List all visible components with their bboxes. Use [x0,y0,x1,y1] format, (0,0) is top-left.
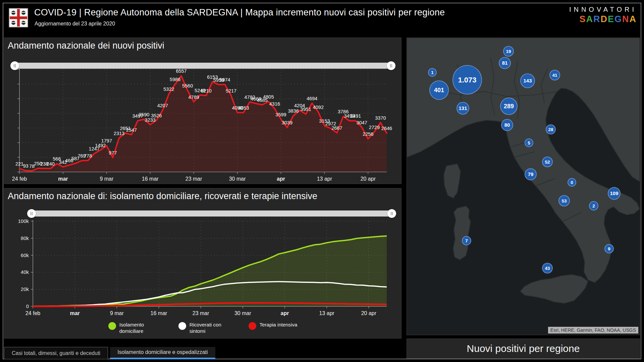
top-chart-title: Andamento nazionale dei nuovi positivi [8,41,164,51]
svg-text:109: 109 [610,190,618,196]
svg-text:1.073: 1.073 [458,76,476,84]
svg-text:2667: 2667 [331,125,342,131]
svg-text:4805: 4805 [263,94,274,100]
brand-line2: SARDEGNA [569,14,637,25]
svg-text:5322: 5322 [163,86,174,92]
svg-text:16 mar: 16 mar [142,176,159,182]
region-bubble[interactable]: 79 [525,169,536,180]
svg-text:3047: 3047 [357,120,367,125]
map-attribution: Esri, HERE, Garmin, FAO, NOAA, USGS [548,327,638,334]
svg-text:80k: 80k [21,235,29,241]
svg-text:401: 401 [434,87,444,94]
svg-text:30 mar: 30 mar [234,310,251,316]
region-bubble[interactable]: 52 [542,157,552,167]
green-dot-icon [108,322,116,330]
svg-text:24 feb: 24 feb [25,310,41,316]
svg-text:6557: 6557 [176,68,186,74]
svg-text:60k: 60k [21,252,29,258]
svg-text:52: 52 [545,160,550,165]
svg-text:19: 19 [506,49,511,54]
legend-item-terapia: Terapia intensiva [249,322,298,335]
chart-legend: Isolamento domiciliare Ricoverati con si… [4,322,401,335]
brand-line1: INNOVATORI [569,5,637,14]
svg-text:4694: 4694 [307,96,317,101]
svg-text:289: 289 [504,103,514,110]
svg-text:20 apr: 20 apr [361,310,377,316]
region-bubble[interactable]: 41 [550,70,560,80]
map-canvas[interactable]: 198111.073401143411312898028552790109532… [407,38,640,335]
slider-handle-left[interactable] [27,209,36,218]
bottom-chart-title: Andamento nazionale di: isolamento domic… [8,191,317,201]
svg-text:4316: 4316 [269,101,280,107]
svg-text:2646: 2646 [381,126,392,131]
hospitalization-area-chart: 020k40k60k80k100k24 febmar9 mar16 mar23 … [4,217,402,320]
svg-text:80: 80 [504,122,510,128]
svg-text:16 mar: 16 mar [151,310,167,316]
svg-text:3039: 3039 [282,120,292,125]
svg-text:28: 28 [548,127,553,132]
svg-text:24 feb: 24 feb [12,176,27,182]
svg-text:0: 0 [26,303,29,309]
region-bubble[interactable]: 53 [559,195,570,206]
svg-text:5: 5 [528,140,530,145]
region-bubble[interactable]: 7 [462,236,471,245]
svg-text:3590: 3590 [139,112,149,117]
svg-text:0: 0 [571,180,573,185]
region-bubble[interactable]: 0 [568,178,576,186]
svg-text:81: 81 [502,60,508,66]
new-positives-line-chart: 24 febmar9 mar16 mar23 mar30 marapr13 ap… [4,67,402,184]
innovatori-sardegna-logo: INNOVATORI SARDEGNA [569,5,637,25]
svg-text:221: 221 [15,161,23,167]
slider-handle-right[interactable] [387,209,396,218]
white-dot-icon [178,322,186,330]
region-bubble[interactable]: 28 [546,125,555,134]
region-bubble[interactable]: 5 [525,139,533,147]
svg-text:100k: 100k [18,218,29,224]
svg-text:mar: mar [70,310,79,316]
svg-text:778: 778 [84,153,92,159]
svg-text:2547: 2547 [126,127,137,133]
panel-isolamento-ricoverati: Andamento nazionale di: isolamento domic… [4,188,401,339]
region-bubble[interactable]: 19 [503,46,514,56]
map-caption: Nuovi positivi per regione [467,343,580,354]
region-bubble[interactable]: 80 [501,119,513,131]
region-bubble[interactable]: 1.073 [453,65,482,94]
region-bubble[interactable]: 401 [430,81,448,100]
slider-track[interactable] [29,210,395,217]
svg-text:5560: 5560 [182,83,193,88]
svg-text:40k: 40k [21,269,29,275]
region-bubble[interactable]: 1 [428,68,436,76]
svg-text:3599: 3599 [275,112,286,117]
region-bubble[interactable]: 9 [605,244,613,253]
tab-casi-totali[interactable]: Casi totali, dimessi, guariti e deceduti [4,347,108,359]
region-bubble[interactable]: 143 [521,74,535,88]
svg-text:5974: 5974 [219,77,230,82]
region-bubble[interactable]: 289 [500,98,517,115]
svg-text:3951: 3951 [301,107,311,112]
svg-text:9 mar: 9 mar [110,310,124,316]
time-range-slider-bottom[interactable] [29,209,395,218]
svg-text:7: 7 [465,238,468,243]
svg-text:13 apr: 13 apr [317,176,332,182]
region-bubble[interactable]: 109 [608,187,620,199]
legend-item-isolamento: Isolamento domiciliare [108,322,157,335]
svg-text:3370: 3370 [375,115,386,121]
svg-text:5986: 5986 [170,77,180,82]
svg-text:131: 131 [459,105,467,111]
svg-text:2729: 2729 [369,125,380,130]
svg-text:5210: 5210 [201,88,212,94]
svg-text:2: 2 [592,203,595,208]
bottom-tabs: Casi totali, dimessi, guariti e deceduti… [4,347,215,359]
svg-text:13 apr: 13 apr [319,310,334,316]
italy-bubble-map[interactable]: 198111.073401143411312898028552790109532… [407,38,640,335]
region-bubble[interactable]: 43 [542,263,552,273]
region-bubble[interactable]: 131 [457,102,469,114]
region-bubble[interactable]: 2 [589,201,598,210]
svg-text:93: 93 [23,163,28,169]
region-bubble[interactable]: 81 [499,57,511,69]
svg-text:240: 240 [47,161,55,167]
svg-text:apr: apr [277,176,285,182]
tab-isolamento-ospedalizzati[interactable]: Isolamento domiciliare e ospedalizzati [110,347,215,359]
svg-text:5217: 5217 [226,88,236,94]
svg-text:977: 977 [109,150,117,156]
